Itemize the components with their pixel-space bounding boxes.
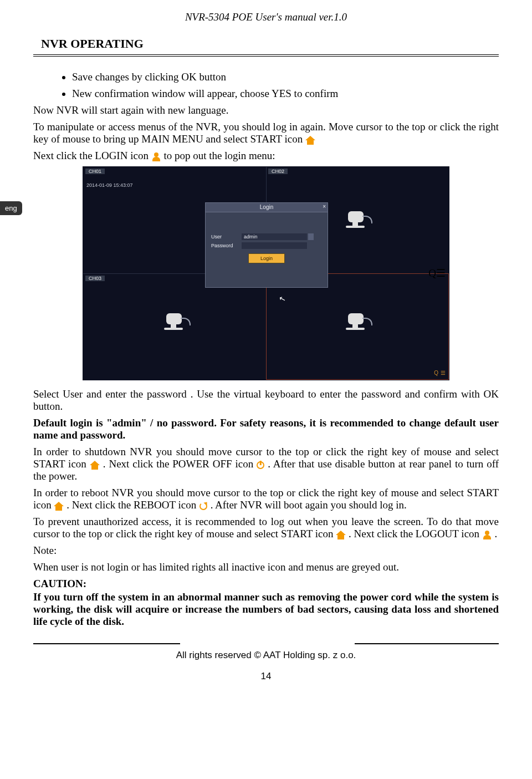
channel-label-ch01: CH01: [85, 169, 105, 174]
footer-copyright: All rights reserved © AAT Holding sp. z …: [33, 650, 499, 661]
caution-label: CAUTION:: [33, 578, 499, 590]
doc-header: NVR-5304 POE User's manual ver.1.0: [33, 11, 499, 23]
para-restart: Now NVR will start again with new langua…: [33, 104, 499, 116]
login-dialog: Login × User admin Password Login: [205, 202, 328, 288]
text-segment: To manipulate or access menus of the NVR…: [33, 121, 499, 145]
note-label: Note:: [33, 544, 499, 557]
page-number: 14: [33, 671, 499, 682]
caution-text: If you turn off the system in an abnorma…: [33, 591, 499, 628]
note-text: When user is not login or has limited ri…: [33, 561, 499, 573]
reboot-icon: [199, 502, 208, 510]
user-label: User: [211, 234, 242, 240]
camera-icon: [339, 312, 372, 331]
camera-icon: [339, 210, 372, 229]
text-segment: . Next click the POWER OFF icon: [103, 458, 257, 470]
text-segment: to pop out the login menu:: [163, 150, 275, 161]
logout-person-icon: [482, 531, 492, 539]
login-screenshot: CH01 CH02 CH03 2014-01-09 15:43:07 Login…: [83, 166, 449, 380]
home-icon: [90, 461, 100, 470]
user-dropdown-icon[interactable]: [308, 233, 314, 240]
para-default-login: Default login is "admin" / no password. …: [33, 417, 499, 441]
timestamp-label: 2014-01-09 15:43:07: [86, 182, 133, 188]
section-title: NVR OPERATING: [41, 37, 499, 51]
text-segment: .: [495, 528, 498, 539]
power-off-icon: [257, 461, 264, 469]
section-divider: [33, 54, 499, 57]
text-segment: Next click the LOGIN icon: [33, 150, 151, 161]
login-button[interactable]: Login: [248, 253, 285, 263]
bullet-confirmation: New confirmation window will appear, cho…: [72, 88, 499, 100]
camera-icon: [157, 312, 191, 331]
para-select-user: Select User and enter the password . Use…: [33, 388, 499, 413]
password-label: Password: [211, 243, 242, 248]
text-segment: . Next click the LOGOUT icon: [349, 528, 482, 539]
para-logout: To prevent unauthorized access, it is re…: [33, 516, 499, 540]
language-tab: eng: [0, 201, 22, 215]
para-reboot: In order to reboot NVR you should move c…: [33, 487, 499, 511]
bullet-save-changes: Save changes by clicking OK button: [72, 71, 499, 83]
para-shutdown: In order to shutdown NVR you should move…: [33, 446, 499, 482]
channel-label-ch02: CH02: [268, 169, 288, 174]
login-person-icon: [151, 152, 161, 161]
text-segment: . After NVR will boot again you should l…: [211, 499, 407, 511]
login-dialog-title: Login: [206, 203, 328, 212]
channel-label-ch03: CH03: [85, 276, 105, 281]
home-icon: [54, 502, 64, 511]
text-segment: . Next click the REBOOT icon: [66, 499, 199, 511]
para-login-icon: Next click the LOGIN icon to pop out the…: [33, 150, 499, 162]
user-field[interactable]: admin: [242, 233, 307, 240]
para-login-instructions: To manipulate or access menus of the NVR…: [33, 121, 499, 145]
footer-divider: [33, 639, 499, 650]
home-icon: [305, 136, 315, 145]
password-field[interactable]: [242, 242, 307, 249]
home-icon: [336, 531, 346, 539]
search-icons-row: Q☰: [432, 365, 446, 378]
close-icon[interactable]: ×: [323, 203, 326, 210]
search-icons-row: Q☰: [428, 267, 446, 279]
